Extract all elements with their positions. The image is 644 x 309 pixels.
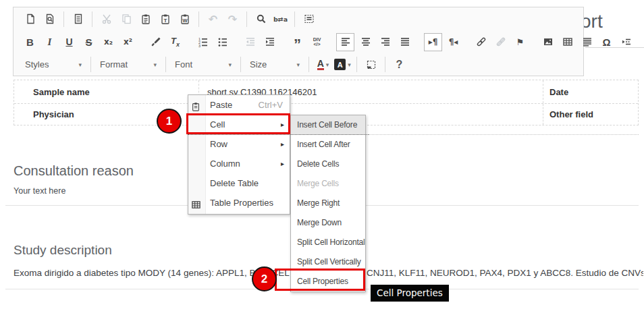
- submenu-item-insert-cell-before[interactable]: Insert Cell Before: [291, 115, 365, 135]
- increase-indent-icon: [265, 36, 275, 47]
- toolbar-separator: [308, 57, 309, 72]
- submenu-item-merge-down[interactable]: Merge Down: [291, 213, 365, 233]
- table-icon: [191, 197, 201, 217]
- toolbar-separator: [294, 11, 295, 27]
- submenu-item-merge-cells: Merge Cells: [291, 174, 365, 194]
- underline-button[interactable]: U: [61, 34, 78, 51]
- align-center-button[interactable]: [357, 34, 374, 51]
- annotation-highlight-cell-properties: [275, 269, 365, 291]
- study-text-right[interactable]: CNJ11, KLF11, NEUROD1, PAX4, PDX1 y ABCC…: [367, 268, 643, 278]
- annotation-highlight-cell: [186, 113, 290, 134]
- format-dropdown[interactable]: Format▾: [95, 57, 161, 73]
- page-break-button[interactable]: [618, 34, 635, 51]
- select-all-icon: [304, 13, 315, 24]
- chevron-down-icon: ▾: [228, 61, 232, 68]
- text-direction-ltr-button[interactable]: ▸¶: [424, 33, 442, 51]
- table-cell-label[interactable]: Sample name: [14, 80, 199, 103]
- text-color-button[interactable]: A▾: [315, 56, 331, 73]
- paste-button[interactable]: [137, 11, 154, 28]
- insert-image-button[interactable]: [539, 34, 556, 51]
- consultation-reason-body[interactable]: Your text here: [14, 186, 65, 196]
- background-color-button[interactable]: A▾: [334, 56, 351, 73]
- table-icon: [562, 36, 573, 47]
- menu-item-delete-table[interactable]: Delete Table: [188, 173, 290, 193]
- redo-button: ↷: [224, 11, 241, 28]
- horizontal-line-button[interactable]: [579, 34, 595, 51]
- chevron-down-icon: ▾: [326, 61, 329, 68]
- image-icon: [543, 36, 554, 47]
- paste-word-button[interactable]: W: [176, 11, 193, 28]
- submenu-item-merge-right[interactable]: Merge Right: [291, 194, 365, 213]
- consultation-reason-title: Consultation reason: [14, 163, 134, 179]
- toolbar-separator: [63, 11, 64, 27]
- size-dropdown[interactable]: Size▾: [245, 57, 304, 73]
- annotation-step-2-badge: 2: [252, 266, 277, 291]
- text-direction-rtl-button[interactable]: ¶◂: [445, 34, 462, 51]
- maximize-button[interactable]: [363, 56, 379, 73]
- find-button[interactable]: [252, 11, 269, 28]
- templates-button[interactable]: [70, 11, 86, 28]
- copy-formatting-button[interactable]: [147, 34, 164, 51]
- insert-table-button[interactable]: [559, 34, 576, 51]
- copy-icon: [121, 13, 132, 24]
- table-selection-dotted-line: [369, 134, 639, 135]
- table-row: Sample name short sv C1390 1162146201 Da…: [14, 80, 638, 104]
- about-button[interactable]: ?: [391, 56, 408, 73]
- horizontal-line-icon: [582, 36, 593, 47]
- styles-dropdown[interactable]: Styles▾: [20, 57, 86, 73]
- menu-item-column[interactable]: Column ▸: [188, 154, 290, 173]
- study-text-left[interactable]: Exoma dirigido a diabetes tipo MODY (14 …: [14, 268, 290, 278]
- align-left-icon: [340, 36, 351, 47]
- align-left-button[interactable]: [336, 33, 354, 51]
- div-container-button[interactable]: DIV</>: [308, 34, 325, 51]
- bold-button[interactable]: B: [22, 34, 38, 51]
- menu-item-table-properties[interactable]: Table Properties: [188, 193, 290, 213]
- justify-icon: [400, 36, 410, 47]
- link-icon: [476, 36, 487, 47]
- copy-button: [117, 11, 134, 28]
- rtl-icon: ¶◂: [449, 37, 458, 47]
- bulleted-list-button[interactable]: [214, 34, 231, 51]
- special-character-button[interactable]: Ω: [598, 34, 615, 51]
- anchor-flag-icon: ⚑: [516, 37, 525, 47]
- italic-button[interactable]: I: [41, 34, 58, 51]
- preview-button[interactable]: [41, 11, 58, 28]
- page-break-icon: [621, 36, 632, 47]
- submenu-arrow-icon: ▸: [281, 154, 284, 173]
- increase-indent-button[interactable]: [261, 34, 278, 51]
- menu-item-row[interactable]: Row ▸: [188, 134, 290, 154]
- remove-format-button[interactable]: Tx: [167, 34, 184, 51]
- link-button[interactable]: [473, 34, 489, 51]
- select-all-button[interactable]: [300, 11, 317, 28]
- numbered-list-icon: 123: [198, 36, 209, 47]
- menu-item-paste[interactable]: Paste Ctrl+V: [188, 95, 290, 115]
- submenu-item-split-cell-horizontally[interactable]: Split Cell Horizontally: [291, 233, 365, 252]
- submenu-item-delete-cells[interactable]: Delete Cells: [291, 154, 365, 174]
- italic-icon: I: [48, 36, 52, 48]
- subscript-icon: x₂: [104, 37, 113, 47]
- toolbar-separator: [198, 11, 199, 27]
- table-cell-label[interactable]: Date: [543, 80, 638, 103]
- replace-button[interactable]: b⇄a: [272, 11, 289, 28]
- unlink-icon: [495, 36, 506, 47]
- paste-text-button[interactable]: T: [157, 11, 173, 28]
- bold-icon: B: [26, 36, 34, 48]
- align-right-button[interactable]: [377, 34, 394, 51]
- undo-icon: ↶: [209, 13, 217, 26]
- new-document-button[interactable]: [22, 11, 38, 28]
- cut-icon: [101, 13, 112, 24]
- justify-button[interactable]: [396, 34, 413, 51]
- numbered-list-button[interactable]: 123: [194, 34, 211, 51]
- toolbar-row-3: Styles▾ Format▾ Font▾ Size▾ A▾ A▾ ?: [14, 53, 583, 76]
- blockquote-button[interactable]: ”: [289, 31, 306, 53]
- toolbar-separator: [246, 11, 247, 27]
- submenu-item-insert-cell-after[interactable]: Insert Cell After: [291, 135, 365, 154]
- table-cell-label[interactable]: Other field: [543, 104, 638, 125]
- anchor-button[interactable]: ⚑: [512, 34, 529, 51]
- strikethrough-button[interactable]: S: [80, 34, 97, 51]
- font-dropdown[interactable]: Font▾: [170, 57, 236, 73]
- chevron-down-icon: ▾: [153, 61, 157, 68]
- subscript-button[interactable]: x₂: [100, 34, 117, 51]
- superscript-button[interactable]: x²: [119, 34, 136, 51]
- study-description-title: Study description: [14, 243, 112, 258]
